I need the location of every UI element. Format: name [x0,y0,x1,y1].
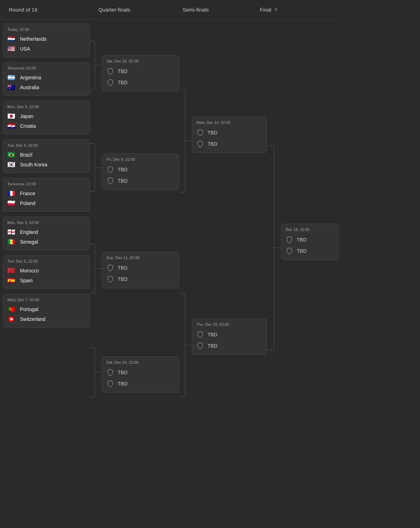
shield-icon-sf1t2 [196,342,204,350]
final-match-team2: TBD [286,246,339,256]
qf-match-1-team1: TBD [106,164,175,175]
r16-match-0-team1: 🇳🇱 Netherlands [7,34,85,44]
r16-match-4-team1-name: France [20,191,35,196]
qf-match-2: Sun, Dec 11, 02:00 TBD TBD [102,252,179,288]
shield-icon-qf3t1 [106,369,114,376]
shield-icon-final-t1 [286,236,293,244]
header-final: Final [255,7,336,13]
r16-match-1-date: Tomorrow, 02:00 [7,66,85,70]
switzerland-flag: 🇨🇭 [7,316,17,322]
r16-match-6-team2: 🇪🇸 Spain [7,276,85,285]
france-flag: 🇫🇷 [7,190,17,197]
qf-match-0-date: Sat, Dec 10, 02:00 [106,59,175,63]
qf-match-1-team1-name: TBD [118,167,127,172]
r16-match-1-team1: 🇦🇷 Argentina [7,73,85,82]
r16-match-3-team2-name: South Korea [20,162,47,167]
r16-match-7-date: Wed, Dec 7, 02:00 [7,298,85,302]
sf-match-1-date: Thu, Dec 15, 02:00 [196,322,262,326]
r16-match-3: Tue, Dec 6, 02:00 🇧🇷 Brazil 🇰🇷 South Kor… [3,139,90,173]
qf-match-1-team2-name: TBD [118,178,127,184]
r16-match-7: Wed, Dec 7, 02:00 🇵🇹 Portugal 🇨🇭 Switzer… [3,294,90,328]
final-match: Dec 18, 22:00 TBD TBD [281,224,339,260]
brazil-flag: 🇧🇷 [7,152,17,158]
shield-icon-qf1t2 [106,177,114,185]
qf-match-1: Fri, Dec 9, 22:00 TBD TBD [102,153,179,190]
shield-icon-sf0t2 [196,140,204,148]
qf-match-2-team2: TBD [106,274,175,284]
croatia-flag: 🇭🇷 [7,123,17,129]
qf-match-3: Sat, Dec 10, 22:00 TBD TBD [102,356,179,393]
australia-flag: 🇦🇺 [7,84,17,91]
r16-match-3-team1-name: Brazil [20,152,32,158]
shield-icon-qf3t2 [106,380,114,388]
usa-flag: 🇺🇸 [7,46,17,52]
r16-match-2: Mon, Dec 5, 22:00 🇯🇵 Japan 🇭🇷 Croatia [3,101,90,134]
r16-match-2-team2: 🇭🇷 Croatia [7,121,85,131]
spain-flag: 🇪🇸 [7,277,17,284]
poland-flag: 🇵🇱 [7,200,17,206]
qf-match-0-team2-name: TBD [118,80,127,85]
r16-match-3-team2: 🇰🇷 South Korea [7,160,85,169]
header-qf: Quarter-finals [93,7,177,13]
r16-match-1-team2-name: Australia [20,85,39,90]
morocco-flag: 🇲🇦 [7,268,17,274]
r16-match-0: Today, 22:00 🇳🇱 Netherlands 🇺🇸 USA [3,24,90,57]
r16-match-5-team2-name: Senegal [20,239,38,245]
qf-match-3-team1: TBD [106,367,175,378]
portugal-flag: 🇵🇹 [7,306,17,312]
final-match-team1-name: TBD [297,237,307,243]
header-r16: Round of 16 [4,7,93,13]
r16-match-5-team1-name: England [20,229,38,235]
england-flag: 🏴󠁧󠁢󠁥󠁮󠁧󠁿 [7,229,17,235]
r16-match-3-team1: 🇧🇷 Brazil [7,150,85,159]
shield-icon-sf1t1 [196,331,204,338]
sf-match-1-team1: TBD [196,329,262,340]
qf-match-0: Sat, Dec 10, 02:00 TBD TBD [102,55,179,92]
r16-match-2-team2-name: Croatia [20,123,36,129]
r16-match-0-team2: 🇺🇸 USA [7,44,85,53]
r16-match-2-team1: 🇯🇵 Japan [7,112,85,121]
sf-match-1-team1-name: TBD [208,332,217,337]
qf-match-0-team1-name: TBD [118,68,127,74]
r16-match-5-date: Mon, Dec 5, 02:00 [7,220,85,225]
final-match-date: Dec 18, 22:00 [286,227,339,232]
shield-icon-final-t2 [286,247,293,255]
r16-match-2-date: Mon, Dec 5, 22:00 [7,105,85,109]
sf-match-0: Wed, Dec 14, 02:00 TBD TBD [192,117,267,153]
r16-match-3-date: Tue, Dec 6, 02:00 [7,143,85,147]
qf-match-2-date: Sun, Dec 11, 02:00 [106,256,175,260]
qf-match-3-date: Sat, Dec 10, 22:00 [106,360,175,364]
r16-match-0-team1-name: Netherlands [20,36,47,42]
sf-match-1-team2-name: TBD [208,343,217,349]
final-match-team2-name: TBD [297,248,307,254]
r16-match-4-team2: 🇵🇱 Poland [7,199,85,208]
sf-match-0-team1-name: TBD [208,130,217,136]
qf-match-3-team2: TBD [106,378,175,389]
sf-match-0-team2: TBD [196,139,262,149]
sf-match-1-team2: TBD [196,341,262,351]
netherlands-flag: 🇳🇱 [7,36,17,42]
qf-match-1-date: Fri, Dec 9, 22:00 [106,157,175,161]
r16-match-5-team2: 🇸🇳 Senegal [7,237,85,246]
qf-match-0-team2: TBD [106,77,175,88]
r16-match-6-team1-name: Morocco [20,268,39,273]
shield-icon-qf1t1 [106,166,114,173]
r16-match-6-team2-name: Spain [20,278,33,283]
shield-icon-qf2t1 [106,264,114,272]
r16-match-4-team2-name: Poland [20,200,35,206]
south-korea-flag: 🇰🇷 [7,161,17,168]
bracket-container: Round of 16 Quarter-finals Semi-finals F… [0,0,339,449]
r16-match-6: Tue, Dec 6, 22:00 🇲🇦 Morocco 🇪🇸 Spain [3,255,90,289]
qf-match-2-team1-name: TBD [118,265,127,271]
final-match-team1: TBD [286,235,339,245]
senegal-flag: 🇸🇳 [7,239,17,245]
qf-match-3-team2-name: TBD [118,381,127,387]
r16-match-6-team1: 🇲🇦 Morocco [7,266,85,275]
r16-match-7-team2-name: Switzerland [20,316,45,322]
japan-flag: 🇯🇵 [7,113,17,119]
shield-icon-qf2t2 [106,275,114,283]
r16-match-7-team2: 🇨🇭 Switzerland [7,315,85,324]
r16-match-1-team1-name: Argentina [20,75,41,80]
qf-match-0-team1: TBD [106,66,175,77]
bracket-header: Round of 16 Quarter-finals Semi-finals F… [0,0,339,19]
